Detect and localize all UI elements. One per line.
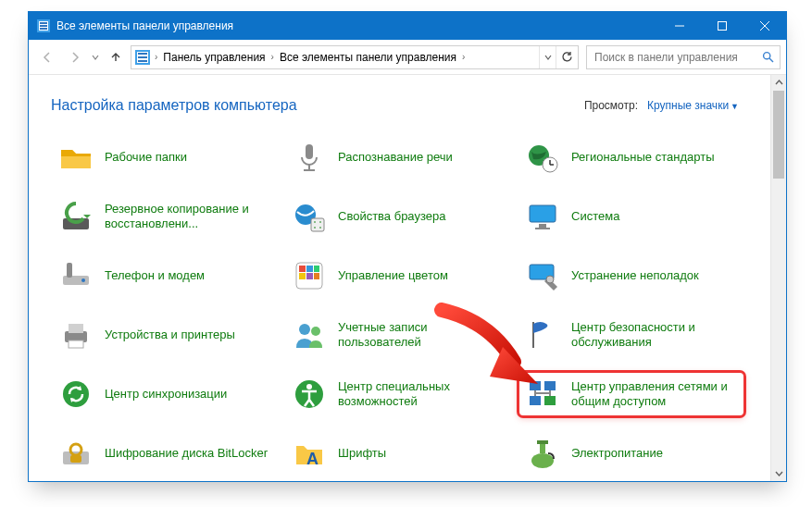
svg-rect-34 — [67, 263, 72, 278]
maximize-button[interactable] — [701, 12, 743, 40]
item-label: Управление цветом — [338, 268, 448, 283]
item-label: Устранение неполадок — [571, 268, 699, 283]
globe-clock-icon — [523, 138, 562, 177]
content-area: Настройка параметров компьютера Просмотр… — [29, 75, 786, 481]
control-panel-window: Все элементы панели управления — [28, 11, 787, 482]
svg-point-14 — [764, 53, 770, 59]
refresh-button[interactable] — [556, 46, 578, 68]
bitlocker-icon — [56, 434, 95, 473]
item-fonts[interactable]: A Шрифты — [284, 430, 512, 476]
item-label: Центр управления сетями и общим доступом — [571, 379, 740, 410]
close-button[interactable] — [743, 12, 786, 40]
forward-button[interactable] — [62, 44, 88, 70]
items-grid: Рабочие папки Распознавание речи Региона… — [51, 134, 761, 481]
vertical-scrollbar[interactable] — [770, 75, 786, 481]
svg-rect-54 — [530, 381, 541, 390]
item-sync-center[interactable]: Центр синхронизации — [51, 371, 279, 417]
window-title: Все элементы панели управления — [56, 19, 658, 32]
item-devices-printers[interactable]: Устройства и принтеры — [51, 312, 279, 358]
item-troubleshooting[interactable]: Устранение неполадок — [518, 253, 745, 299]
item-phone-modem[interactable]: Телефон и модем — [51, 253, 279, 299]
sync-icon — [56, 375, 95, 414]
search-input[interactable]: Поиск в панели управления — [586, 45, 781, 69]
item-label: Учетные записи пользователей — [338, 320, 506, 351]
troubleshoot-icon — [523, 256, 562, 295]
power-icon — [523, 434, 562, 473]
svg-rect-63 — [70, 455, 81, 463]
svg-point-49 — [311, 327, 320, 336]
recent-dropdown-icon[interactable] — [90, 54, 101, 61]
svg-rect-11 — [138, 53, 147, 55]
item-label: Телефон и модем — [105, 268, 205, 283]
item-label: Шифрование диска BitLocker — [105, 446, 268, 461]
phone-modem-icon — [56, 256, 95, 295]
svg-rect-67 — [537, 440, 548, 444]
svg-rect-2 — [40, 22, 47, 24]
chevron-right-icon[interactable]: › — [462, 52, 465, 62]
minimize-button[interactable] — [658, 12, 701, 40]
item-security-maintenance[interactable]: Центр безопасности и обслуживания — [518, 312, 745, 358]
control-panel-icon — [135, 50, 150, 65]
item-user-accounts[interactable]: Учетные записи пользователей — [284, 312, 512, 358]
titlebar: Все элементы панели управления — [29, 12, 786, 40]
svg-rect-39 — [314, 266, 319, 272]
users-icon — [290, 315, 329, 354]
flag-icon — [523, 315, 562, 354]
svg-line-15 — [769, 58, 773, 62]
svg-point-51 — [63, 381, 89, 407]
breadcrumb-level-1[interactable]: Панель управления — [157, 46, 270, 68]
scroll-up-button[interactable] — [771, 75, 786, 91]
search-placeholder: Поиск в панели управления — [594, 51, 762, 64]
item-network-sharing-center[interactable]: Центр управления сетями и общим доступом — [518, 371, 745, 417]
view-by-label: Просмотр: — [584, 99, 638, 112]
control-panel-icon — [36, 19, 51, 33]
svg-rect-25 — [311, 218, 324, 231]
svg-rect-12 — [138, 56, 147, 58]
scroll-track[interactable] — [771, 91, 786, 465]
fonts-icon: A — [290, 434, 329, 473]
microphone-icon — [290, 138, 329, 177]
svg-rect-47 — [69, 340, 83, 348]
svg-rect-4 — [40, 28, 47, 30]
item-internet-options[interactable]: Свойства браузера — [284, 193, 512, 240]
view-by-dropdown[interactable]: Крупные значки▼ — [647, 99, 739, 112]
item-ease-of-access[interactable]: Центр специальных возможностей — [284, 371, 512, 417]
item-label: Центр безопасности и обслуживания — [571, 320, 740, 351]
svg-rect-31 — [539, 224, 546, 228]
internet-options-icon — [290, 197, 329, 236]
item-region[interactable]: Региональные стандарты — [518, 134, 745, 180]
svg-rect-46 — [69, 324, 83, 333]
accessibility-icon — [290, 375, 329, 414]
item-color-management[interactable]: Управление цветом — [284, 253, 512, 299]
breadcrumb-level-2[interactable]: Все элементы панели управления — [274, 46, 462, 68]
item-work-folders[interactable]: Рабочие папки — [51, 134, 279, 180]
svg-point-53 — [306, 384, 312, 390]
backup-icon — [56, 197, 95, 236]
back-button[interactable] — [34, 44, 60, 70]
item-backup-restore[interactable]: Резервное копирование и восстановлени... — [51, 193, 279, 240]
item-speech-recognition[interactable]: Распознавание речи — [284, 134, 512, 180]
item-label: Устройства и принтеры — [105, 328, 235, 342]
monitor-icon — [523, 197, 562, 236]
scroll-thumb[interactable] — [773, 91, 784, 179]
item-label: Рабочие папки — [105, 150, 187, 165]
up-button[interactable] — [103, 44, 129, 70]
scroll-down-button[interactable] — [771, 465, 786, 481]
item-label: Электропитание — [571, 446, 663, 461]
item-label: Региональные стандарты — [571, 150, 714, 165]
svg-rect-55 — [544, 381, 556, 390]
svg-point-48 — [299, 324, 310, 335]
item-power-options[interactable]: Электропитание — [518, 430, 745, 476]
item-system[interactable]: Система — [518, 193, 745, 240]
svg-point-29 — [319, 227, 321, 229]
svg-rect-42 — [314, 273, 319, 279]
address-history-dropdown[interactable] — [539, 46, 556, 68]
address-bar[interactable]: › Панель управления › Все элементы панел… — [131, 45, 579, 69]
svg-rect-6 — [718, 22, 727, 31]
svg-point-35 — [81, 278, 85, 282]
color-icon — [290, 256, 329, 295]
item-bitlocker[interactable]: Шифрование диска BitLocker — [51, 430, 279, 476]
svg-rect-37 — [299, 266, 306, 272]
chevron-down-icon: ▼ — [731, 102, 739, 111]
view-by: Просмотр: Крупные значки▼ — [584, 99, 739, 112]
